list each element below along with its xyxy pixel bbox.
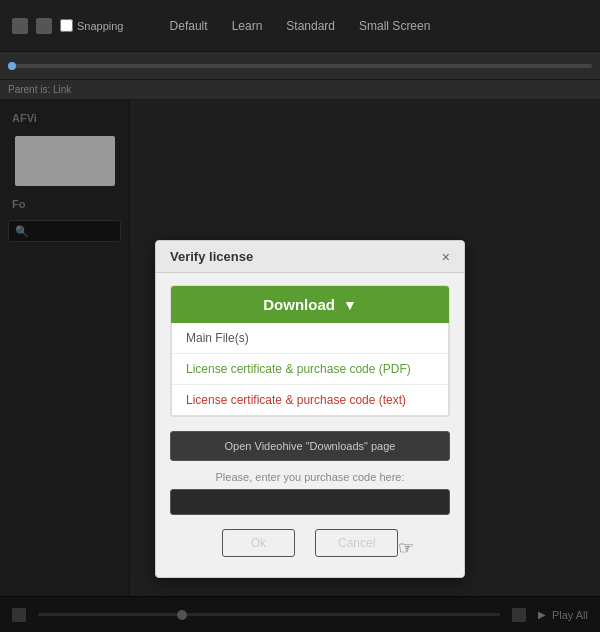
verify-license-dialog: Verify license × Download ▼ Main File(s)… — [155, 240, 465, 578]
tool-icon-2 — [36, 18, 52, 34]
ok-button[interactable]: Ok — [222, 529, 295, 557]
open-videohive-button[interactable]: Open Videohive "Downloads" page — [170, 431, 450, 461]
dropdown-item-main[interactable]: Main File(s) — [172, 323, 448, 354]
nav-small-screen[interactable]: Small Screen — [359, 19, 430, 33]
timeline-track[interactable] — [8, 64, 592, 68]
download-section: Download ▼ Main File(s) License certific… — [170, 285, 450, 417]
dropdown-item-pdf[interactable]: License certificate & purchase code (PDF… — [172, 354, 448, 385]
top-bar-nav: Default Learn Standard Small Screen — [170, 19, 431, 33]
dropdown-item-text[interactable]: License certificate & purchase code (tex… — [172, 385, 448, 415]
download-arrow-icon: ▼ — [343, 297, 357, 313]
snapping-label: Snapping — [77, 20, 124, 32]
cancel-button[interactable]: Cancel — [315, 529, 398, 557]
top-bar: Snapping Default Learn Standard Small Sc… — [0, 0, 600, 52]
nav-standard[interactable]: Standard — [286, 19, 335, 33]
purchase-code-label: Please, enter you purchase code here: — [170, 471, 450, 483]
main-area: AFVi Fo 🔍 ▶ Play All Verify license — [0, 100, 600, 632]
dialog-title: Verify license — [170, 249, 253, 264]
nav-learn[interactable]: Learn — [232, 19, 263, 33]
timeline-bar — [0, 52, 600, 80]
dialog-header: Verify license × — [156, 241, 464, 273]
download-button[interactable]: Download ▼ — [171, 286, 449, 323]
timeline-thumb[interactable] — [8, 62, 16, 70]
download-button-label: Download — [263, 296, 335, 313]
dialog-close-button[interactable]: × — [442, 250, 450, 264]
parent-link-text: Parent is: Link — [8, 84, 71, 95]
snapping-control[interactable]: Snapping — [60, 19, 124, 32]
top-bar-icons: Snapping — [12, 18, 124, 34]
dialog-actions: Ok Cancel — [170, 529, 450, 557]
download-dropdown-menu: Main File(s) License certificate & purch… — [171, 323, 449, 416]
nav-default[interactable]: Default — [170, 19, 208, 33]
below-timeline: Parent is: Link — [0, 80, 600, 100]
tool-icon-1 — [12, 18, 28, 34]
purchase-code-input[interactable] — [170, 489, 450, 515]
snapping-checkbox[interactable] — [60, 19, 73, 32]
